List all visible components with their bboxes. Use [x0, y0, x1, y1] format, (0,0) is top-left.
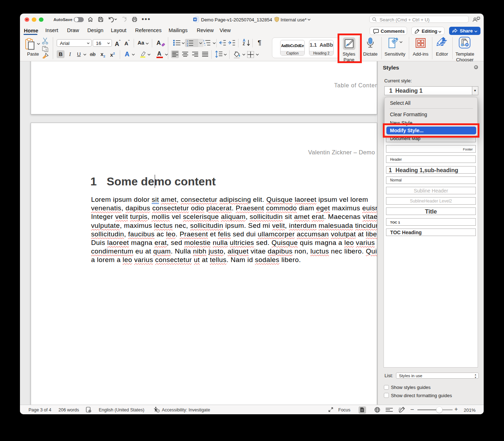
- svg-text:1: 1: [187, 40, 188, 42]
- svg-text:2: 2: [187, 42, 188, 45]
- svg-text:1: 1: [203, 40, 205, 42]
- svg-text:a: a: [204, 42, 205, 44]
- svg-text:3: 3: [187, 45, 188, 47]
- svg-text:W: W: [194, 18, 196, 21]
- svg-text:i: i: [205, 44, 205, 46]
